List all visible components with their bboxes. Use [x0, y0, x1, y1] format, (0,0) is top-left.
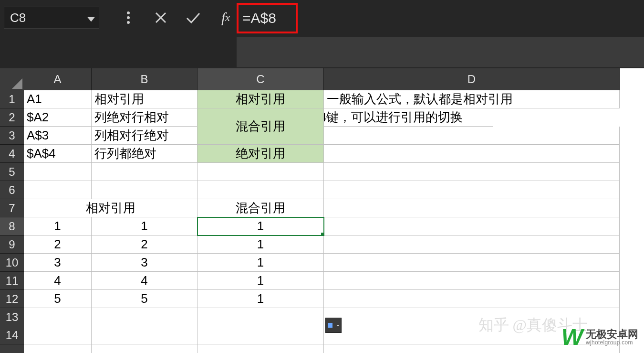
cell-B8[interactable]: 1 — [92, 217, 197, 235]
cell-C11[interactable]: 1 — [197, 272, 324, 290]
cell-A3[interactable]: A$3 — [24, 127, 92, 145]
column-header-C[interactable]: C — [197, 68, 324, 90]
row-header-9[interactable]: 9 — [0, 235, 24, 254]
cell-C5[interactable] — [197, 163, 324, 181]
cell-B10[interactable]: 3 — [92, 254, 197, 272]
cell-D10[interactable] — [324, 254, 620, 272]
cell-C15[interactable] — [197, 344, 324, 353]
cell-B11[interactable]: 4 — [92, 272, 197, 290]
cell-B6[interactable] — [92, 181, 197, 199]
cell-D9[interactable] — [324, 235, 620, 254]
row-header-8[interactable]: 8 — [0, 217, 24, 235]
cell-A2[interactable]: $A2 — [24, 108, 92, 127]
logo-w-icon: W — [561, 324, 583, 350]
cell-C2-C3[interactable]: 混合引用 — [197, 108, 324, 145]
name-box[interactable]: C8 — [4, 7, 99, 29]
cell-B9[interactable]: 2 — [92, 235, 197, 254]
row-header-13[interactable]: 13 — [0, 308, 24, 326]
selection-handle[interactable] — [321, 233, 324, 235]
logo-cn: 无极安卓网 — [586, 329, 638, 340]
row-header-extra[interactable] — [0, 344, 24, 353]
row-header-2[interactable]: 2 — [0, 108, 24, 127]
cell-B1[interactable]: 相对引用 — [92, 90, 197, 108]
column-headers: ABCD — [24, 68, 620, 90]
cell-D5[interactable] — [324, 163, 620, 181]
cell-C10[interactable]: 1 — [197, 254, 324, 272]
column-header-B[interactable]: B — [92, 68, 197, 90]
cell-C12[interactable]: 1 — [197, 290, 324, 308]
cell-C6[interactable] — [197, 181, 324, 199]
cell-A1[interactable]: A1 — [24, 90, 92, 108]
svg-point-1 — [127, 11, 130, 14]
row-header-11[interactable]: 11 — [0, 272, 24, 290]
column-header-D[interactable]: D — [324, 68, 620, 90]
cell-A14[interactable] — [24, 326, 92, 344]
cell-A5[interactable] — [24, 163, 92, 181]
cell-D8[interactable] — [324, 217, 620, 235]
logo-en: wjhotelgroup.com — [586, 340, 638, 346]
fx-icon[interactable]: fx — [218, 10, 234, 26]
cell-B13[interactable] — [92, 308, 197, 326]
enter-icon[interactable] — [185, 10, 201, 26]
autofill-options-button[interactable]: + — [325, 318, 342, 333]
cell-B2[interactable]: 列绝对行相对 — [92, 108, 197, 127]
formula-bar-area: C8 fx =A$8 — [0, 0, 644, 68]
cell-A13[interactable] — [24, 308, 92, 326]
row-header-3[interactable]: 3 — [0, 127, 24, 145]
svg-point-3 — [127, 21, 130, 24]
cell-C4[interactable]: 绝对引用 — [197, 145, 324, 163]
row-header-14[interactable]: 14 — [0, 326, 24, 344]
row-header-10[interactable]: 10 — [0, 254, 24, 272]
cell-D7[interactable] — [324, 199, 620, 217]
row-header-12[interactable]: 12 — [0, 290, 24, 308]
row-header-6[interactable]: 6 — [0, 181, 24, 199]
cell-D11[interactable] — [324, 272, 620, 290]
svg-marker-6 — [12, 78, 22, 89]
select-all-corner[interactable] — [0, 68, 24, 90]
formula-expand-area[interactable] — [237, 37, 644, 67]
site-logo: W 无极安卓网 wjhotelgroup.com — [561, 324, 638, 350]
row-header-4[interactable]: 4 — [0, 145, 24, 163]
cell-C1[interactable]: 相对引用 — [197, 90, 324, 108]
cell-A6[interactable] — [24, 181, 92, 199]
formula-input[interactable]: =A$8 — [242, 10, 276, 26]
cell-D1[interactable]: 一般输入公式，默认都是相对引用 — [324, 90, 620, 108]
formula-input-highlight: =A$8 — [237, 3, 298, 33]
row-headers: 1234567891011121314 — [0, 90, 24, 353]
cell-A4[interactable]: $A$4 — [24, 145, 92, 163]
row-header-7[interactable]: 7 — [0, 199, 24, 217]
more-icon[interactable] — [120, 10, 136, 26]
cell-B4[interactable]: 行列都绝对 — [92, 145, 197, 163]
cell-C7[interactable]: 混合引用 — [197, 199, 324, 217]
cell-C9[interactable]: 1 — [197, 235, 324, 254]
plus-icon: + — [335, 318, 341, 332]
column-header-A[interactable]: A — [24, 68, 92, 90]
cell-D4[interactable] — [324, 145, 620, 163]
cell-D12[interactable] — [324, 290, 620, 308]
svg-marker-0 — [87, 17, 95, 22]
row-header-1[interactable]: 1 — [0, 90, 24, 108]
svg-point-2 — [127, 16, 130, 19]
cell-A7-B7[interactable]: 相对引用 — [24, 199, 197, 217]
name-box-dropdown-icon[interactable] — [87, 11, 95, 25]
cell-B3[interactable]: 列相对行绝对 — [92, 127, 197, 145]
cell-grid: A1相对引用相对引用一般输入公式，默认都是相对引用$A2列绝对行相对混合引用选中… — [24, 90, 620, 353]
cell-D3[interactable] — [324, 127, 620, 145]
cell-A8[interactable]: 1 — [24, 217, 92, 235]
name-box-value: C8 — [10, 11, 26, 25]
cell-A9[interactable]: 2 — [24, 235, 92, 254]
cell-C13[interactable] — [197, 308, 324, 326]
cell-A12[interactable]: 5 — [24, 290, 92, 308]
cell-B12[interactable]: 5 — [92, 290, 197, 308]
cell-C8[interactable]: 1 — [197, 217, 324, 235]
cell-D6[interactable] — [324, 181, 620, 199]
cell-B14[interactable] — [92, 326, 197, 344]
cell-B5[interactable] — [92, 163, 197, 181]
cell-C14[interactable] — [197, 326, 324, 344]
cell-A15[interactable] — [24, 344, 92, 353]
cancel-icon[interactable] — [153, 10, 169, 26]
cell-A10[interactable]: 3 — [24, 254, 92, 272]
row-header-5[interactable]: 5 — [0, 163, 24, 181]
cell-A11[interactable]: 4 — [24, 272, 92, 290]
cell-B15[interactable] — [92, 344, 197, 353]
